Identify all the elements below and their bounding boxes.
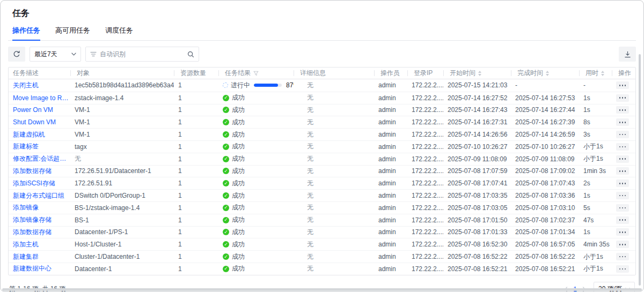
col-start-time[interactable]: 开始时间: [443, 68, 511, 79]
resource-count-cell: 1: [174, 227, 218, 238]
col-login-ip[interactable]: 登录IP: [407, 68, 443, 79]
row-actions-button[interactable]: [616, 241, 629, 248]
filter-funnel-icon[interactable]: [253, 71, 259, 76]
more-icon: [622, 170, 624, 172]
task-description-link[interactable]: 新建数据中心: [13, 264, 52, 273]
row-actions-button[interactable]: [616, 228, 629, 236]
duration-cell: 1s: [579, 92, 612, 104]
task-description-link[interactable]: 新建集群: [13, 252, 39, 261]
row-actions-button[interactable]: [616, 204, 629, 212]
vertical-scrollbar[interactable]: [639, 54, 641, 286]
row-actions-button[interactable]: [616, 106, 629, 114]
task-description-link[interactable]: 修改配置:会话超时...: [13, 154, 70, 163]
resource-count-cell: 1: [174, 166, 218, 177]
search-input[interactable]: [100, 50, 184, 58]
start-time-cell: 2025-07-08 17:07:41: [443, 177, 511, 189]
row-actions-button[interactable]: [616, 131, 629, 138]
row-actions-button[interactable]: [616, 118, 629, 126]
detail-cell: 无: [294, 104, 374, 116]
task-result-cell: ✓ 成功: [218, 190, 294, 201]
row-actions-button[interactable]: [616, 94, 629, 102]
end-time-cell: 2025-07-08 16:52:21: [511, 263, 579, 275]
running-status: 进行中 87%: [223, 81, 294, 90]
col-duration[interactable]: 用时: [579, 68, 612, 79]
col-task-description[interactable]: 任务描述: [9, 68, 70, 79]
start-time-cell: 2025-07-14 16:27:52: [443, 92, 511, 104]
row-actions-button[interactable]: [616, 167, 629, 175]
duration-cell: 5s: [579, 202, 612, 214]
resource-count-cell: 1: [174, 129, 218, 140]
task-description-link[interactable]: 添加镜像存储: [13, 215, 52, 224]
success-status: ✓ 成功: [223, 118, 245, 127]
success-icon: ✓: [223, 180, 229, 186]
task-description-link[interactable]: 新建虚拟机: [13, 130, 45, 139]
task-description-link[interactable]: 添加镜像: [13, 203, 39, 212]
object-cell: zstack-image-1.4: [70, 92, 174, 104]
task-description-link[interactable]: 添加数据存储: [13, 167, 52, 176]
login-ip-cell: 172.22.2....: [407, 153, 443, 165]
time-range-select[interactable]: 最近7天: [30, 47, 81, 62]
more-icon: [622, 183, 624, 184]
tab-scheduled-tasks[interactable]: 调度任务: [105, 26, 133, 40]
task-result-cell: ✓ 成功: [218, 251, 294, 263]
more-icon: [622, 244, 624, 245]
success-icon: ✓: [223, 241, 229, 248]
start-time-cell: 2025-07-14 14:26:56: [443, 129, 511, 140]
detail-cell: 无: [294, 227, 374, 238]
col-detail[interactable]: 详细信息: [294, 68, 374, 79]
row-actions-button[interactable]: [616, 216, 629, 224]
resource-count-cell: 1: [174, 238, 218, 250]
col-task-result[interactable]: 任务结果: [218, 68, 294, 79]
task-description-link[interactable]: Shut Down VM: [13, 118, 56, 126]
duration-cell: 小于1s: [579, 263, 612, 275]
row-actions-button[interactable]: [616, 253, 629, 260]
success-icon: ✓: [223, 95, 229, 101]
start-time-cell: 2025-07-08 16:52:30: [443, 238, 511, 250]
operator-cell: admin: [374, 214, 407, 226]
resource-count-cell: 1: [174, 190, 218, 201]
col-operator[interactable]: 操作员: [374, 68, 407, 79]
more-icon: [622, 122, 624, 123]
detail-cell: 无: [294, 116, 374, 128]
detail-cell: 无: [294, 177, 374, 189]
col-end-time[interactable]: 完成时间: [511, 68, 579, 79]
download-icon: [624, 51, 631, 58]
sort-icon[interactable]: [601, 71, 604, 76]
row-actions-button[interactable]: [616, 192, 629, 199]
task-description-link[interactable]: 关闭主机: [13, 81, 39, 90]
sort-icon[interactable]: [478, 71, 481, 76]
object-cell: Datacenter-1: [70, 263, 174, 275]
task-description-link[interactable]: 添加主机: [13, 240, 39, 249]
col-object[interactable]: 对象: [70, 68, 174, 79]
horizontal-scrollbar[interactable]: [2, 288, 642, 291]
task-description-link[interactable]: 新建标签: [13, 142, 39, 151]
task-description-link[interactable]: 添加iSCSI存储: [13, 179, 55, 188]
success-icon: ✓: [223, 156, 229, 162]
duration-cell: 4min 35s: [579, 238, 612, 250]
col-resource-count[interactable]: 资源数量: [174, 68, 218, 79]
tab-operation-tasks[interactable]: 操作任务: [12, 26, 40, 40]
task-description-link[interactable]: 添加数据存储: [13, 228, 52, 237]
resource-count-cell: 1: [174, 92, 218, 104]
more-icon: [622, 134, 624, 136]
table-row: Power On VM VM-1 1 ✓ 成功 无 admin 172.22.2…: [9, 104, 635, 116]
row-actions-button[interactable]: [616, 179, 629, 187]
row-actions-button[interactable]: [616, 155, 629, 163]
row-actions-button[interactable]: [616, 81, 629, 89]
tab-ha-tasks[interactable]: 高可用任务: [55, 26, 90, 40]
row-actions-button[interactable]: [616, 265, 629, 273]
start-time-cell: 2025-07-08 17:07:59: [443, 166, 511, 177]
tasks-window: 任务 操作任务 高可用任务 调度任务 最近7天: [0, 0, 644, 292]
task-description-link[interactable]: Power On VM: [13, 106, 53, 114]
start-time-cell: 2025-07-10 10:26:27: [443, 141, 511, 153]
sort-icon[interactable]: [546, 71, 549, 76]
row-actions-button[interactable]: [616, 143, 629, 151]
col-actions: 操作: [612, 68, 633, 79]
search-icon[interactable]: [187, 51, 194, 58]
chevron-down-icon: [71, 53, 76, 56]
task-description-link[interactable]: 新建分布式端口组: [13, 191, 64, 200]
success-status: ✓ 成功: [223, 191, 245, 200]
refresh-button[interactable]: [8, 47, 25, 62]
export-button[interactable]: [619, 47, 636, 62]
task-description-link[interactable]: Move Image to Rec...: [13, 94, 70, 102]
